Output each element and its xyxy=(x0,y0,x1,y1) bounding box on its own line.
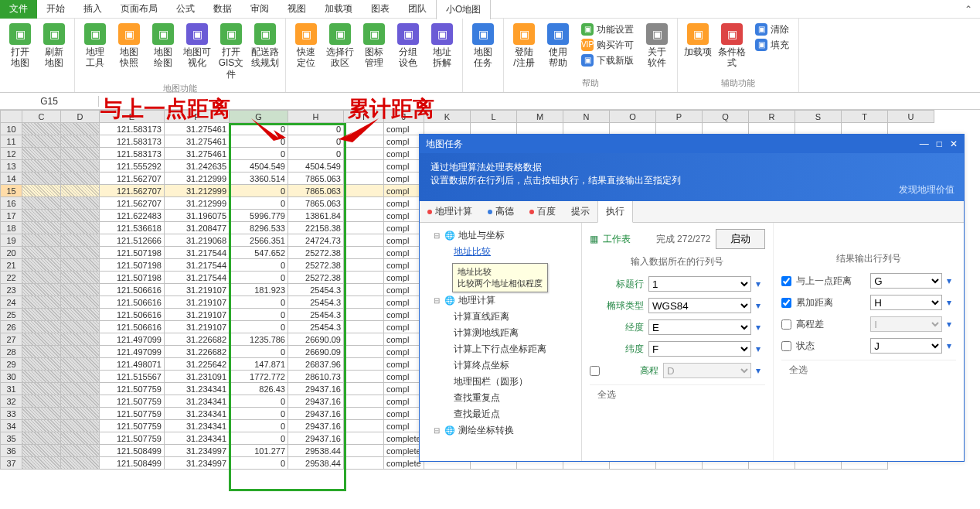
cell[interactable] xyxy=(61,234,100,247)
cell[interactable] xyxy=(22,457,61,470)
cell[interactable]: compl xyxy=(384,234,424,247)
ribbon-打开GIS文件[interactable]: ▣打开GIS文件 xyxy=(214,20,248,83)
tab-执行[interactable]: 执行 xyxy=(597,200,633,223)
cell[interactable]: 121.507759 xyxy=(100,408,165,420)
row-header[interactable]: 30 xyxy=(1,371,22,383)
cell[interactable]: 31.208477 xyxy=(165,222,230,234)
ribbon-加载项[interactable]: ▣加载项 xyxy=(681,20,715,60)
cell[interactable]: 1772.772 xyxy=(230,371,288,383)
cell[interactable]: 31.219107 xyxy=(165,296,230,309)
cell[interactable]: 0 xyxy=(230,259,288,272)
cell[interactable] xyxy=(61,432,100,445)
cell[interactable]: 31.275461 xyxy=(165,123,230,135)
cell[interactable]: 25272.38 xyxy=(288,259,344,272)
checkbox-累加距离[interactable] xyxy=(781,298,791,308)
tree-pane[interactable]: 🌐地址与坐标地址比较地址分词地图坐标转换🌐地理计算计算直线距离计算测地线距离计算… xyxy=(420,223,582,461)
cell[interactable] xyxy=(61,160,100,173)
cell[interactable]: 31.196075 xyxy=(165,210,230,222)
tree-地址比较[interactable]: 地址比较 xyxy=(423,244,578,260)
cell[interactable] xyxy=(344,247,384,259)
cell[interactable] xyxy=(22,371,61,383)
cell[interactable]: 121.508499 xyxy=(100,457,165,470)
row-header[interactable]: 26 xyxy=(1,321,22,333)
row-header[interactable]: 10 xyxy=(1,123,22,135)
dropdown-icon[interactable]: ▾ xyxy=(947,297,956,308)
cell[interactable] xyxy=(61,445,100,457)
cell[interactable]: 24724.73 xyxy=(288,234,344,247)
row-header[interactable]: 32 xyxy=(1,395,22,408)
col-header-O[interactable]: O xyxy=(610,111,656,123)
cell[interactable]: 0 xyxy=(230,272,288,284)
cell[interactable]: 7865.063 xyxy=(288,185,344,197)
cell[interactable] xyxy=(22,333,61,346)
cell[interactable]: compl xyxy=(384,160,424,173)
ribbon-登陆/注册[interactable]: ▣登陆/注册 xyxy=(507,20,541,72)
cell[interactable]: compl xyxy=(384,259,424,272)
col-header-H[interactable]: H xyxy=(288,111,344,123)
cell[interactable] xyxy=(344,296,384,309)
cell[interactable]: 121.512666 xyxy=(100,234,165,247)
menu-数据[interactable]: 数据 xyxy=(204,0,241,19)
cell[interactable] xyxy=(22,432,61,445)
cell[interactable] xyxy=(22,383,61,395)
cell[interactable] xyxy=(61,457,100,470)
cell[interactable]: complete xyxy=(384,445,424,457)
cell[interactable]: 31.226682 xyxy=(165,333,230,346)
col-header-D[interactable]: D xyxy=(61,111,100,123)
cell[interactable]: 121.583173 xyxy=(100,123,165,135)
row-header[interactable]: 37 xyxy=(1,457,22,470)
cell[interactable]: compl xyxy=(384,321,424,333)
cell[interactable] xyxy=(61,210,100,222)
cell[interactable] xyxy=(344,123,384,135)
cell[interactable]: 121.507198 xyxy=(100,259,165,272)
ribbon-地图绘图[interactable]: ▣地图绘图 xyxy=(146,20,180,72)
close-icon[interactable]: ✕ xyxy=(950,138,958,149)
col-header-G[interactable]: G xyxy=(230,111,288,123)
cell[interactable] xyxy=(61,309,100,321)
cell[interactable]: compl xyxy=(384,408,424,420)
cell[interactable]: 826.43 xyxy=(230,383,288,395)
cell[interactable] xyxy=(344,284,384,296)
cell[interactable]: 121.583173 xyxy=(100,135,165,148)
cell[interactable]: 25454.3 xyxy=(288,296,344,309)
cell[interactable]: 0 xyxy=(230,135,288,148)
ribbon-地图任务[interactable]: ▣地图任务 xyxy=(466,20,500,72)
cell[interactable]: 121.497099 xyxy=(100,333,165,346)
row-header[interactable]: 29 xyxy=(1,358,22,371)
cell[interactable] xyxy=(22,247,61,259)
ribbon-购买许可[interactable]: VIP购买许可 xyxy=(577,37,638,53)
cell[interactable]: 8296.533 xyxy=(230,222,288,234)
cell[interactable] xyxy=(61,321,100,333)
cell[interactable] xyxy=(61,197,100,210)
cell[interactable]: 121.536618 xyxy=(100,222,165,234)
cell[interactable] xyxy=(22,222,61,234)
cell[interactable]: 29437.16 xyxy=(288,420,344,432)
cell[interactable]: 31.234341 xyxy=(165,383,230,395)
cell[interactable]: 31.234997 xyxy=(165,457,230,470)
cell[interactable] xyxy=(344,395,384,408)
cell[interactable] xyxy=(344,432,384,445)
tab-高德[interactable]: 高德 xyxy=(480,201,522,222)
cell[interactable]: 31.217544 xyxy=(165,259,230,272)
select-all-left[interactable]: 全选 xyxy=(590,384,765,405)
cell[interactable]: 121.497099 xyxy=(100,346,165,358)
col-header-M[interactable]: M xyxy=(517,111,563,123)
cell[interactable]: 25454.3 xyxy=(288,284,344,296)
tree-计算上下行点坐标距离[interactable]: 计算上下行点坐标距离 xyxy=(423,341,578,357)
cell[interactable]: 7865.063 xyxy=(288,197,344,210)
dropdown-icon[interactable]: ▾ xyxy=(947,275,956,286)
cell[interactable]: 31.275461 xyxy=(165,135,230,148)
cell[interactable]: 4504.549 xyxy=(288,160,344,173)
dropdown-icon[interactable]: ▾ xyxy=(947,340,956,351)
row-header[interactable]: 25 xyxy=(1,309,22,321)
cell[interactable]: compl xyxy=(384,173,424,185)
cell[interactable]: 0 xyxy=(288,123,344,135)
select-状态[interactable]: J xyxy=(870,338,942,354)
maximize-icon[interactable]: □ xyxy=(937,138,942,149)
cell[interactable]: 101.277 xyxy=(230,445,288,457)
cell[interactable] xyxy=(22,420,61,432)
cell[interactable] xyxy=(61,383,100,395)
cell[interactable]: compl xyxy=(384,358,424,371)
cell[interactable] xyxy=(61,185,100,197)
cell[interactable]: compl xyxy=(384,247,424,259)
